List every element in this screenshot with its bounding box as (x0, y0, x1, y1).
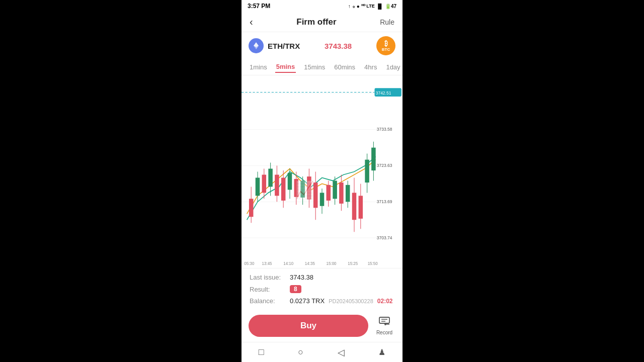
svg-rect-44 (359, 196, 363, 218)
svg-rect-10 (249, 199, 254, 217)
result-label: Result: (250, 286, 290, 293)
nav-person-icon[interactable]: ♟ (378, 347, 385, 357)
svg-rect-16 (268, 169, 273, 187)
nav-home-icon[interactable]: ○ (298, 347, 303, 357)
status-icons: ↑ ⬦ ● ᴴᴰ LTE ▐▌ 🔋47 (348, 4, 396, 9)
phone-frame: 3:57 PM ↑ ⬦ ● ᴴᴰ LTE ▐▌ 🔋47 ‹ Firm offer… (242, 0, 403, 362)
header: ‹ Firm offer Rule (242, 12, 403, 32)
balance-id: PD202405300228 (329, 298, 373, 304)
tab-60mins[interactable]: 60mins (333, 62, 356, 72)
balance-value: 0.0273 TRX (290, 297, 325, 305)
svg-rect-42 (352, 193, 357, 220)
svg-text:📈: 📈 (295, 180, 314, 200)
signal-icon: ↑ (348, 4, 351, 9)
svg-rect-38 (339, 183, 344, 204)
eth-icon (249, 38, 264, 53)
svg-text:05:30: 05:30 (244, 261, 254, 266)
svg-text:14:10: 14:10 (283, 261, 293, 266)
timeframe-tabs: 1mins 5mins 15mins 60mins 4hrs 1day (242, 59, 403, 75)
android-nav-bar: □ ○ ◁ ♟ (242, 342, 403, 362)
svg-rect-46 (365, 160, 369, 183)
svg-rect-34 (327, 185, 331, 201)
svg-text:3723.63: 3723.63 (377, 162, 392, 168)
info-panel: Last issue: 3743.38 Result: 8 Balance: 0… (242, 268, 403, 311)
back-button[interactable]: ‹ (250, 16, 253, 28)
svg-point-68 (384, 323, 386, 325)
battery-icon: 🔋47 (385, 4, 396, 9)
pair-price: 3743.38 (325, 42, 352, 50)
svg-text:3742.51: 3742.51 (376, 90, 391, 96)
record-icon (378, 316, 390, 329)
svg-rect-14 (262, 174, 267, 193)
tab-1day[interactable]: 1day (385, 62, 401, 72)
record-label: Record (376, 330, 392, 335)
svg-text:15:25: 15:25 (348, 261, 358, 266)
result-row: Result: 8 (250, 285, 394, 293)
svg-text:13:45: 13:45 (262, 261, 272, 266)
svg-text:14:35: 14:35 (305, 261, 315, 266)
dot-icon: ● (357, 4, 360, 9)
page-title: Firm offer (296, 17, 336, 27)
last-issue-value: 3743.38 (290, 274, 313, 281)
lte-icon: ᴴᴰ LTE (361, 4, 375, 9)
balance-timer: 02:02 (377, 298, 393, 305)
record-button[interactable]: Record (373, 316, 395, 335)
candlestick-chart: 3743.52 3733.58 3723.63 3713.69 3703.74 … (242, 75, 403, 268)
balance-row: Balance: 0.0273 TRX PD202405300228 02:02 (250, 297, 394, 305)
tab-1mins[interactable]: 1mins (249, 62, 268, 72)
bottom-bar: Buy Record (242, 311, 403, 342)
svg-rect-20 (281, 177, 286, 200)
nav-square-icon[interactable]: □ (259, 347, 264, 357)
buy-button[interactable]: Buy (249, 315, 368, 337)
status-bar: 3:57 PM ↑ ⬦ ● ᴴᴰ LTE ▐▌ 🔋47 (242, 0, 403, 12)
chart-area[interactable]: 3743.52 3733.58 3723.63 3713.69 3703.74 … (242, 75, 403, 268)
result-badge: 8 (290, 285, 301, 293)
rule-button[interactable]: Rule (380, 18, 394, 26)
tab-4hrs[interactable]: 4hrs (363, 62, 378, 72)
svg-text:3713.69: 3713.69 (377, 199, 392, 204)
signal-bars-icon: ▐▌ (376, 4, 383, 9)
svg-rect-22 (288, 173, 292, 190)
last-issue-row: Last issue: 3743.38 (250, 274, 394, 281)
svg-text:15:50: 15:50 (368, 261, 378, 266)
pair-info: ETH/TRX (249, 38, 300, 53)
svg-rect-36 (333, 180, 337, 199)
svg-text:3703.74: 3703.74 (377, 235, 392, 240)
svg-rect-48 (371, 148, 376, 170)
last-issue-label: Last issue: (250, 274, 290, 281)
svg-text:3733.58: 3733.58 (377, 127, 392, 132)
svg-rect-12 (256, 177, 260, 196)
nav-back-icon[interactable]: ◁ (338, 347, 345, 358)
svg-rect-18 (275, 174, 279, 196)
balance-extra: PD202405300228 02:02 (329, 298, 392, 305)
tab-5mins[interactable]: 5mins (275, 61, 296, 73)
tab-15mins[interactable]: 15mins (303, 62, 326, 72)
svg-text:15:00: 15:00 (327, 261, 337, 266)
pair-symbol: ETH/TRX (268, 42, 300, 50)
svg-rect-40 (346, 185, 350, 202)
diamond-icon: ⬦ (352, 4, 355, 9)
btc-icon[interactable]: ₿ BTC (376, 36, 395, 55)
pair-row: ETH/TRX 3743.38 ₿ BTC (242, 32, 403, 59)
status-time: 3:57 PM (248, 3, 270, 10)
svg-rect-32 (320, 193, 325, 206)
balance-label: Balance: (250, 297, 290, 305)
svg-rect-64 (379, 317, 389, 323)
